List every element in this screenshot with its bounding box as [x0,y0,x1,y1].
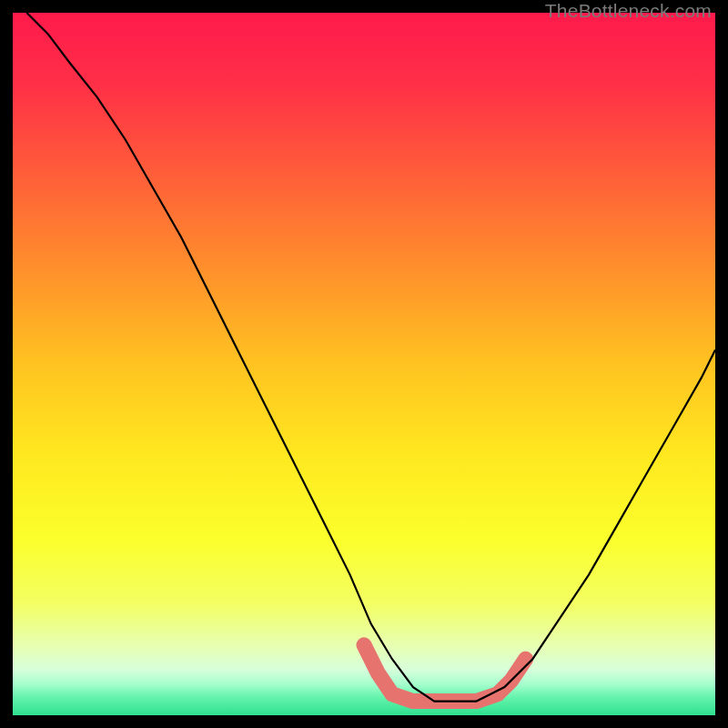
bottleneck-chart [13,13,715,715]
optimal-range-dot [358,639,370,652]
chart-frame [13,13,715,715]
optimal-range-dot [371,667,384,680]
watermark-text: TheBottleneck.com [545,0,712,22]
